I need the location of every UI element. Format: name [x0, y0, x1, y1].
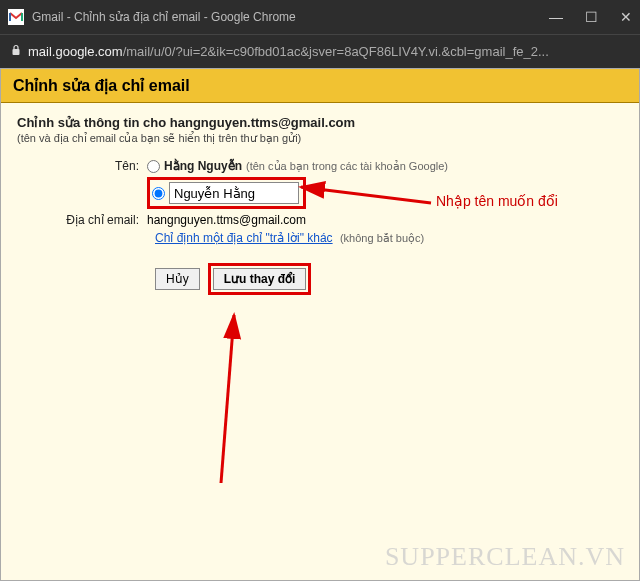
save-button[interactable]: Lưu thay đổi	[213, 268, 307, 290]
svg-line-3	[221, 315, 234, 483]
form-heading: Chỉnh sửa thông tin cho hangnguyen.ttms@…	[17, 115, 623, 130]
specify-reply-link[interactable]: Chỉ định một địa chỉ "trả lời" khác	[155, 231, 333, 245]
maximize-icon[interactable]: ☐	[585, 9, 598, 25]
name-option-google-radio[interactable]	[147, 160, 160, 173]
page-title: Chỉnh sửa địa chỉ email	[1, 69, 639, 103]
button-row: Hủy Lưu thay đổi	[155, 263, 623, 295]
page-body: Chỉnh sửa địa chỉ email Chỉnh sửa thông …	[0, 68, 640, 581]
annotation-overlay	[1, 103, 639, 580]
window-title: Gmail - Chỉnh sửa địa chỉ email - Google…	[32, 10, 541, 24]
cancel-button[interactable]: Hủy	[155, 268, 200, 290]
name-option-custom-radio[interactable]	[152, 187, 165, 200]
email-label: Địa chỉ email:	[17, 213, 147, 227]
content-area: Chỉnh sửa thông tin cho hangnguyen.ttms@…	[1, 103, 639, 580]
window-controls: — ☐ ✕	[549, 9, 632, 25]
lock-icon	[10, 44, 22, 59]
minimize-icon[interactable]: —	[549, 9, 563, 25]
name-option-google: Hằng Nguyễn	[164, 159, 242, 173]
highlight-name-input	[147, 177, 306, 209]
form-subnote: (tên và địa chỉ email của bạn sẽ hiển th…	[17, 132, 623, 145]
watermark: SUPPERCLEAN.VN	[385, 542, 625, 572]
email-row: Địa chỉ email: hangnguyen.ttms@gmail.com	[17, 213, 623, 227]
name-row-1: Tên: Hằng Nguyễn (tên của bạn trong các …	[17, 159, 623, 173]
url-host: mail.google.com	[28, 44, 123, 59]
name-label: Tên:	[17, 159, 147, 173]
highlight-save-button: Lưu thay đổi	[208, 263, 312, 295]
window-titlebar: Gmail - Chỉnh sửa địa chỉ email - Google…	[0, 0, 640, 34]
svg-rect-1	[13, 49, 20, 55]
annotation-text-1: Nhập tên muốn đổi	[436, 193, 558, 209]
url-path: /mail/u/0/?ui=2&ik=c90fbd01ac&jsver=8aQF…	[123, 44, 549, 59]
reply-optional-note: (không bắt buộc)	[340, 232, 424, 244]
reply-to-row: Chỉ định một địa chỉ "trả lời" khác (khô…	[155, 231, 623, 245]
name-input[interactable]	[169, 182, 299, 204]
name-option-google-hint: (tên của bạn trong các tài khoản Google)	[246, 160, 448, 173]
address-bar[interactable]: mail.google.com/mail/u/0/?ui=2&ik=c90fbd…	[0, 34, 640, 68]
gmail-favicon-icon	[8, 9, 24, 25]
close-icon[interactable]: ✕	[620, 9, 632, 25]
email-value: hangnguyen.ttms@gmail.com	[147, 213, 306, 227]
